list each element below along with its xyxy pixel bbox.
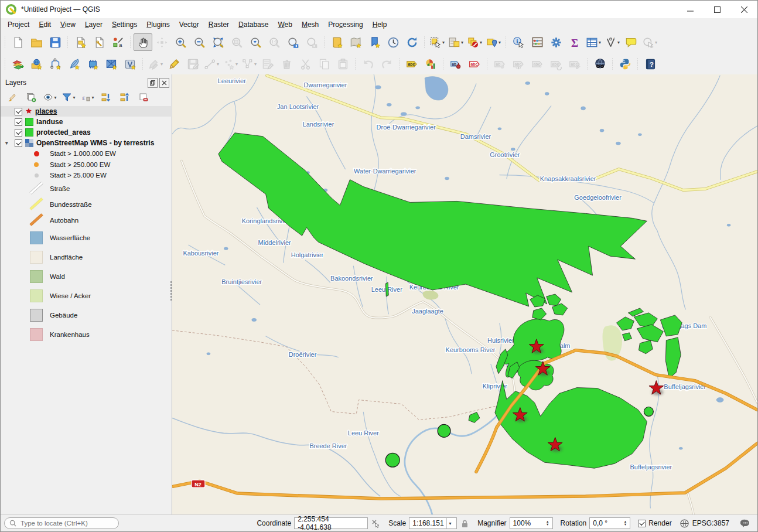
add-group-button[interactable]	[23, 90, 39, 105]
legend-item[interactable]: Wald	[1, 267, 171, 287]
legend-item[interactable]: Wiese / Acker	[1, 287, 171, 306]
toolbar-grip[interactable]	[129, 36, 132, 49]
scale-dropdown-arrow[interactable]: ▾	[446, 518, 454, 528]
map-tips-button[interactable]	[622, 33, 640, 51]
new-spatialite-layer-button[interactable]	[64, 55, 83, 73]
new-mesh-layer-button[interactable]	[102, 55, 121, 73]
toolbar-grip[interactable]	[636, 57, 639, 70]
new-shapefile-layer-button[interactable]	[46, 55, 64, 73]
select-features-button[interactable]: ▾	[428, 33, 446, 51]
layer-checkbox[interactable]	[15, 108, 22, 115]
pin-labels-button[interactable]: ab	[446, 55, 465, 73]
filter-legend-button[interactable]: ▾	[60, 90, 77, 105]
help-contents-button[interactable]: ?	[641, 55, 660, 73]
show-statistics-button[interactable]: Σ	[565, 33, 584, 51]
new-print-layout-button[interactable]	[71, 33, 90, 51]
menu-database[interactable]: Database	[234, 19, 273, 30]
filter-legend-dropdown-arrow[interactable]: ▾	[73, 95, 75, 100]
digitize-segment-dropdown-arrow[interactable]: ▾	[217, 62, 219, 67]
select-by-value-dropdown-arrow[interactable]: ▾	[461, 40, 463, 45]
menu-layer[interactable]: Layer	[80, 19, 107, 30]
render-checkbox[interactable]	[638, 520, 646, 527]
legend-item[interactable]: Autobahn	[1, 213, 171, 229]
zoom-in-button[interactable]	[171, 33, 190, 51]
toolbar-grip[interactable]	[141, 57, 144, 70]
coordinate-box[interactable]: 2.255.454 -4.041.638	[294, 517, 368, 529]
style-manager-button[interactable]: a	[108, 33, 127, 51]
select-by-location-button[interactable]: ▾	[484, 33, 503, 51]
vertex-tool-dropdown-arrow[interactable]: ▾	[254, 62, 257, 67]
panel-float-button[interactable]	[148, 78, 158, 88]
legend-item[interactable]: Gebäude	[1, 306, 171, 325]
layer-row-protected_areas[interactable]: protected_areas	[1, 127, 171, 138]
menu-raster[interactable]: Raster	[204, 19, 234, 30]
scale-combo[interactable]: 1:168.151 ▾	[409, 517, 457, 529]
legend-item[interactable]: Stadt > 1.000.000 EW	[1, 148, 171, 159]
zoom-out-button[interactable]	[190, 33, 209, 51]
legend-item[interactable]: Landfläche	[1, 248, 171, 267]
show-spatial-bookmarks-button[interactable]	[346, 33, 365, 51]
legend-item[interactable]: Bundesstraße	[1, 197, 171, 213]
toolbar-grip[interactable]	[586, 57, 589, 70]
menu-project[interactable]: Project	[3, 19, 34, 30]
current-edits-dropdown-arrow[interactable]: ▾	[161, 62, 163, 67]
save-project-button[interactable]	[46, 33, 64, 51]
filter-by-expression-button[interactable]: ε▾	[79, 90, 95, 105]
new-project-button[interactable]	[8, 33, 27, 51]
toolbar-grip[interactable]	[611, 57, 614, 70]
toolbar-grip[interactable]	[4, 57, 6, 70]
rotation-spinbox[interactable]: 0,0 ° ▲▼	[589, 517, 630, 529]
magnifier-spinbox[interactable]: 100% ▲▼	[510, 517, 553, 529]
legend-item[interactable]: Stadt > 25.000 EW	[1, 170, 171, 181]
show-layout-manager-button[interactable]	[90, 33, 108, 51]
processing-toolbox-button[interactable]	[547, 33, 565, 51]
open-attribute-table-dropdown-arrow[interactable]: ▾	[599, 40, 601, 45]
panel-close-button[interactable]	[159, 78, 169, 88]
menu-plugins[interactable]: Plugins	[142, 19, 174, 30]
menu-mesh[interactable]: Mesh	[297, 19, 323, 30]
toolbar-grip[interactable]	[66, 36, 69, 49]
layer-row-places[interactable]: places	[1, 106, 171, 117]
rotation-spin-arrows[interactable]: ▲▼	[624, 520, 627, 526]
zoom-to-layer-button[interactable]	[246, 33, 265, 51]
legend-item[interactable]: Krankenhaus	[1, 325, 171, 345]
open-project-button[interactable]	[27, 33, 46, 51]
legend-item[interactable]: Stadt > 250.000 EW	[1, 159, 171, 170]
locate-search[interactable]	[4, 517, 119, 529]
data-source-manager-button[interactable]	[8, 55, 27, 73]
statistical-summary-button[interactable]	[528, 33, 547, 51]
crs-label[interactable]: EPSG:3857	[692, 519, 729, 527]
manage-map-themes-button[interactable]: ▾	[42, 90, 58, 105]
menu-web[interactable]: Web	[273, 19, 296, 30]
new-spatial-bookmark-button[interactable]	[327, 33, 346, 51]
toolbar-grip[interactable]	[423, 36, 426, 49]
legend-item[interactable]: Straße	[1, 181, 171, 197]
open-layer-styling-button[interactable]	[4, 90, 21, 105]
select-by-location-dropdown-arrow[interactable]: ▾	[498, 40, 501, 45]
zoom-full-extent-button[interactable]	[209, 33, 227, 51]
refresh-map-button[interactable]	[402, 33, 421, 51]
digitize-shape-dropdown-arrow[interactable]: ▾	[235, 62, 238, 67]
layer-row-landuse[interactable]: landuse	[1, 117, 171, 127]
toolbar-grip[interactable]	[504, 36, 507, 49]
extents-toggle-icon[interactable]	[371, 519, 381, 528]
magnifier-spin-arrows[interactable]: ▲▼	[546, 520, 549, 526]
new-virtual-layer-button[interactable]	[121, 55, 139, 73]
osm-place-search-dropdown-arrow[interactable]: ▾	[655, 40, 657, 45]
toolbar-grip[interactable]	[354, 57, 357, 70]
temporal-controller-button[interactable]	[384, 33, 402, 51]
metasearch-button[interactable]	[590, 55, 609, 73]
menu-view[interactable]: View	[56, 19, 80, 30]
legend-item[interactable]: Wasserfläche	[1, 229, 171, 248]
deselect-features-button[interactable]: ▾	[465, 33, 484, 51]
minimize-button[interactable]	[677, 1, 704, 18]
pan-map-button[interactable]	[134, 33, 152, 51]
show-bookmark-manager-button[interactable]	[365, 33, 384, 51]
toolbar-grip[interactable]	[4, 36, 6, 49]
select-features-dropdown-arrow[interactable]: ▾	[442, 40, 445, 45]
expand-all-button[interactable]	[98, 90, 114, 105]
filter-by-expression-dropdown-arrow[interactable]: ▾	[91, 95, 94, 100]
menu-edit[interactable]: Edit	[34, 19, 56, 30]
collapse-all-button[interactable]	[117, 90, 133, 105]
expand-arrow[interactable]: ▾	[5, 140, 12, 146]
